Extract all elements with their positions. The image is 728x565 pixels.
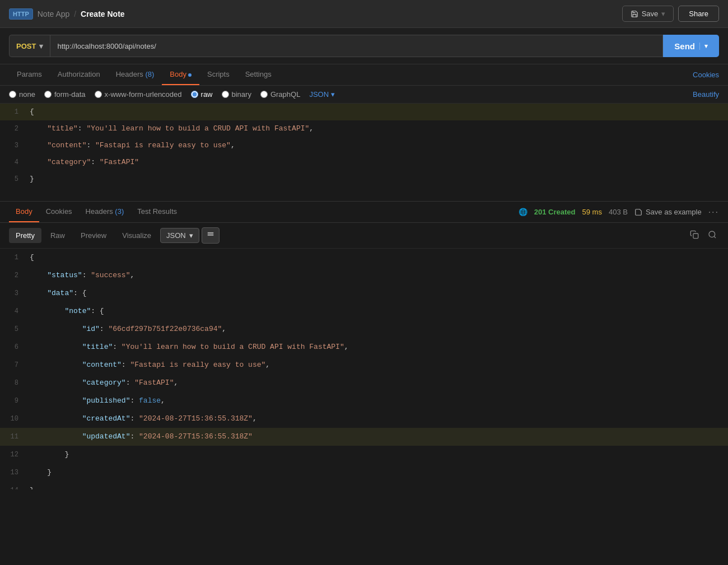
resp-line-3: 3 "data": { bbox=[0, 284, 728, 302]
resp-view-left: Pretty Raw Preview Visualize JSON ▾ bbox=[9, 227, 220, 244]
send-button[interactable]: Send ▾ bbox=[663, 35, 719, 57]
resp-line-5: 5 "id": "66cdf297b751f22e0736ca94", bbox=[0, 320, 728, 338]
url-input[interactable] bbox=[50, 35, 663, 57]
view-tab-preview[interactable]: Preview bbox=[74, 228, 113, 243]
beautify-button[interactable]: Beautify bbox=[693, 90, 719, 99]
save-example-icon bbox=[634, 208, 642, 216]
body-type-graphql[interactable]: GraphQL bbox=[260, 90, 300, 99]
filter-icon bbox=[207, 231, 214, 239]
resp-line-7: 7 "content": "Fastapi is really easy to … bbox=[0, 356, 728, 374]
http-badge: HTTP bbox=[9, 8, 33, 20]
svg-line-5 bbox=[714, 236, 716, 238]
resp-line-11: 11 "updatedAt": "2024-08-27T15:36:55.318… bbox=[0, 428, 728, 446]
copy-button[interactable] bbox=[688, 228, 701, 244]
save-icon bbox=[631, 10, 638, 18]
resp-meta: 🌐 201 Created 59 ms 403 B Save as exampl… bbox=[519, 207, 719, 217]
req-line-3: 3 "content": "Fastapi is really easy to … bbox=[0, 137, 728, 154]
save-button[interactable]: Save ▾ bbox=[622, 6, 674, 22]
resp-line-10: 10 "createdAt": "2024-08-27T15:36:55.318… bbox=[0, 410, 728, 428]
resp-tab-body[interactable]: Body bbox=[9, 202, 39, 222]
req-line-4: 4 "category": "FastAPI" bbox=[0, 154, 728, 171]
resp-line-8: 8 "category": "FastAPI", bbox=[0, 374, 728, 392]
url-bar: POST ▾ Send ▾ bbox=[0, 28, 728, 64]
json-format-label: JSON bbox=[309, 90, 329, 99]
tab-params[interactable]: Params bbox=[9, 64, 50, 85]
save-chevron-icon: ▾ bbox=[661, 10, 665, 18]
svg-rect-3 bbox=[693, 234, 698, 239]
filter-button[interactable] bbox=[202, 227, 220, 244]
body-type-urlencoded[interactable]: x-www-form-urlencoded bbox=[95, 90, 182, 99]
search-icon bbox=[708, 230, 717, 239]
tab-headers[interactable]: Headers (8) bbox=[108, 64, 162, 85]
save-label: Save bbox=[642, 10, 659, 18]
resp-headers-badge: (3) bbox=[115, 207, 124, 216]
method-chevron-icon: ▾ bbox=[39, 42, 43, 50]
resp-time: 59 ms bbox=[582, 208, 602, 216]
body-types: none form-data x-www-form-urlencoded raw… bbox=[9, 90, 335, 99]
resp-status: 201 Created bbox=[534, 208, 576, 216]
save-example-button[interactable]: Save as example bbox=[634, 208, 702, 216]
globe-icon: 🌐 bbox=[519, 208, 528, 216]
response-body[interactable]: 1 { 2 "status": "success", 3 "data": { 4… bbox=[0, 249, 728, 489]
resp-line-4: 4 "note": { bbox=[0, 302, 728, 320]
resp-line-6: 6 "title": "You'll learn how to build a … bbox=[0, 338, 728, 356]
resp-line-2: 2 "status": "success", bbox=[0, 267, 728, 284]
headers-badge: (8) bbox=[145, 70, 154, 78]
copy-icon bbox=[690, 230, 699, 239]
body-type-none[interactable]: none bbox=[9, 90, 35, 99]
resp-line-13: 13 } bbox=[0, 464, 728, 482]
resp-json-label: JSON bbox=[166, 231, 186, 240]
tab-scripts[interactable]: Scripts bbox=[199, 64, 237, 85]
svg-point-4 bbox=[709, 231, 715, 237]
req-line-2: 2 "title": "You'll learn how to build a … bbox=[0, 120, 728, 137]
breadcrumb-sep: / bbox=[74, 10, 76, 18]
body-type-raw[interactable]: raw bbox=[191, 90, 213, 99]
more-options-button[interactable]: ··· bbox=[708, 207, 719, 217]
resp-tab-test-results[interactable]: Test Results bbox=[130, 202, 184, 222]
req-tabs-left: Params Authorization Headers (8) Body Sc… bbox=[9, 64, 279, 85]
resp-size: 403 B bbox=[609, 208, 628, 216]
breadcrumb-current: Create Note bbox=[81, 10, 125, 18]
tab-authorization[interactable]: Authorization bbox=[50, 64, 108, 85]
request-tabs: Params Authorization Headers (8) Body Sc… bbox=[0, 64, 728, 86]
send-chevron-icon: ▾ bbox=[699, 43, 708, 50]
resp-tab-cookies[interactable]: Cookies bbox=[39, 202, 79, 222]
method-label: POST bbox=[16, 42, 36, 50]
resp-json-chevron-icon: ▾ bbox=[189, 231, 193, 240]
breadcrumb-parent: Note App bbox=[38, 10, 70, 18]
view-tab-visualize[interactable]: Visualize bbox=[115, 228, 158, 243]
body-type-bar: none form-data x-www-form-urlencoded raw… bbox=[0, 86, 728, 104]
body-type-form-data[interactable]: form-data bbox=[44, 90, 86, 99]
view-tab-raw[interactable]: Raw bbox=[44, 228, 72, 243]
req-line-5: 5 } bbox=[0, 171, 728, 188]
view-tab-pretty[interactable]: Pretty bbox=[9, 228, 41, 243]
tab-body[interactable]: Body bbox=[162, 64, 199, 85]
send-label: Send bbox=[674, 41, 695, 51]
breadcrumb: Note App / Create Note bbox=[38, 10, 125, 18]
search-button[interactable] bbox=[706, 228, 719, 244]
share-label: Share bbox=[689, 10, 708, 18]
cookies-link[interactable]: Cookies bbox=[693, 71, 719, 79]
top-bar-right: Save ▾ Share bbox=[622, 6, 719, 22]
resp-tabs-left: Body Cookies Headers (3) Test Results bbox=[9, 202, 184, 222]
top-bar: HTTP Note App / Create Note Save ▾ Share bbox=[0, 0, 728, 28]
resp-tab-headers[interactable]: Headers (3) bbox=[79, 202, 131, 222]
share-button[interactable]: Share bbox=[678, 6, 719, 22]
response-section: Body Cookies Headers (3) Test Results 🌐 … bbox=[0, 202, 728, 489]
resp-view-bar: Pretty Raw Preview Visualize JSON ▾ bbox=[0, 223, 728, 249]
body-type-binary[interactable]: binary bbox=[222, 90, 251, 99]
resp-view-right bbox=[688, 228, 719, 244]
request-body-editor[interactable]: 1 { 2 "title": "You'll learn how to buil… bbox=[0, 104, 728, 202]
resp-json-select[interactable]: JSON ▾ bbox=[160, 228, 199, 243]
save-example-label: Save as example bbox=[646, 208, 702, 216]
response-tabs-bar: Body Cookies Headers (3) Test Results 🌐 … bbox=[0, 202, 728, 223]
resp-line-9: 9 "published": false, bbox=[0, 392, 728, 410]
method-select[interactable]: POST ▾ bbox=[9, 35, 50, 57]
json-format-select[interactable]: JSON ▾ bbox=[309, 90, 335, 99]
req-line-1: 1 { bbox=[0, 104, 728, 120]
tab-settings[interactable]: Settings bbox=[237, 64, 279, 85]
json-format-chevron-icon: ▾ bbox=[331, 90, 335, 99]
body-dot-indicator bbox=[188, 73, 192, 77]
resp-line-14: 14 } bbox=[0, 482, 728, 489]
top-bar-left: HTTP Note App / Create Note bbox=[9, 8, 125, 20]
